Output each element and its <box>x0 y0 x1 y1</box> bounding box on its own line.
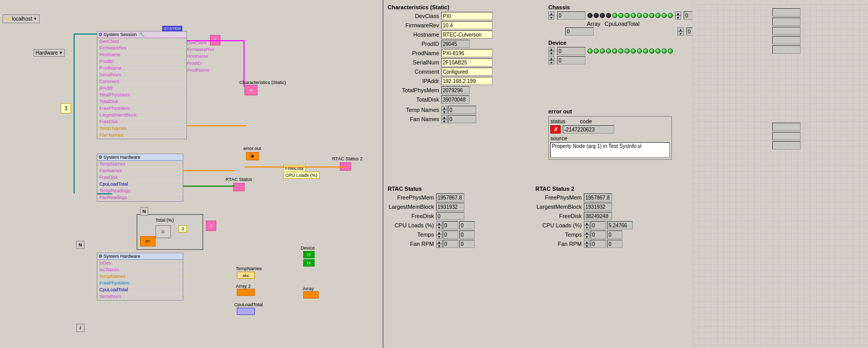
rtac-largestmemblock-value: 1931932 <box>436 203 464 211</box>
system-session-title: System Session <box>103 32 137 37</box>
rtac2-freedisk-label: FreeDisk <box>535 213 582 219</box>
device-led-7 <box>624 48 630 54</box>
fannames-down[interactable]: ▼ <box>441 119 447 123</box>
fannames-stepper[interactable]: ▲ ▼ <box>441 115 447 123</box>
tn-extra1 <box>772 8 801 16</box>
rtac-status-label-bd: RTAC Status <box>225 177 252 182</box>
a2-extra1 <box>772 123 801 131</box>
rtac-status-title: RTAC Status <box>388 186 516 192</box>
ipaddr-label: IPAddr <box>388 78 439 84</box>
chassis-led-2 <box>594 13 599 18</box>
totalphysmem-label: TotalPhysMem <box>388 87 439 93</box>
chassis-stepper4[interactable]: ▲ ▼ <box>678 27 684 36</box>
rtac-status-section: RTAC Status FreePhysMem 1957867.8 Larges… <box>388 186 516 249</box>
comment-value: Configured <box>441 68 493 76</box>
chassis-led-1 <box>587 13 593 18</box>
rtac-status2-title: RTAC Status 2 <box>535 186 669 192</box>
chassis-value1: 0 <box>557 11 585 20</box>
device-led-3 <box>600 48 605 54</box>
chassis-led-13 <box>662 13 667 18</box>
devclass-value: PXI <box>441 12 493 20</box>
tempnames-col3 <box>772 8 801 54</box>
tn-extra3 <box>772 27 801 35</box>
characteristics-section: Characteristics (Static) DevClass PXI Fi… <box>388 4 511 124</box>
rtac-fanrpm-val2: 0 <box>459 240 475 248</box>
totaldisk-row: TotalDisk 39070048 <box>388 95 511 104</box>
system-session-node: ⚙ System Session 🔧 DevClass FirmwareRev … <box>97 31 187 139</box>
chassis-stepper2[interactable]: ▲ ▼ <box>675 11 681 20</box>
rtac2-cpuloads-stepper[interactable]: ▲ ▼ <box>584 221 590 229</box>
firmwarerev-value: 10.4 <box>441 21 493 29</box>
chassis-led-9 <box>637 13 642 18</box>
rtac2-cpuloads-label: CPU Loads (%) <box>535 222 582 228</box>
prodname-row: ProdName PXI-8196 <box>388 49 511 57</box>
device-value2: 0 <box>557 56 585 64</box>
array-label-fp: Array <box>587 21 600 27</box>
hardware-dropdown-icon[interactable]: ▼ <box>59 51 63 55</box>
device-led-9 <box>637 48 642 54</box>
rtac-temps-label: Temps <box>388 231 434 238</box>
rtac-freedisk-value: 0 <box>436 212 464 220</box>
tempnames-up[interactable]: ▲ <box>441 106 447 110</box>
device-sis2-icon: TF <box>303 259 315 267</box>
hardware-control[interactable]: Hardware ▼ <box>33 49 65 57</box>
rtac2-largestmemblock-label: LargestMemBlock <box>535 204 582 210</box>
block-diagram-panel: ⚡ localhost ▼ Hardware ▼ 3 ⚙ System Sess… <box>0 0 384 348</box>
device-led-11 <box>649 48 654 54</box>
device-value1: 0 <box>557 47 585 55</box>
prodname-label: ProdName <box>388 50 439 56</box>
device-led-2 <box>594 48 599 54</box>
for-loop-icon: ⊡ <box>155 225 171 238</box>
rtac2-largestmemblock-row: LargestMemBlock 1931932 <box>535 203 669 211</box>
rtac-cpuloads-label: CPU Loads (%) <box>388 222 434 228</box>
tempnames-stepper[interactable]: ▲ ▼ <box>441 106 447 114</box>
rtac2-freedisk-value: 38249248 <box>584 212 612 220</box>
device-led-13 <box>662 48 667 54</box>
device-stepper2[interactable]: ▲ ▼ <box>548 56 554 64</box>
fannames-up[interactable]: ▲ <box>441 115 447 119</box>
system-label-top: SYSTEM <box>162 26 182 31</box>
system-hardware1-title: System Hardware <box>103 155 141 160</box>
const-3b: 3 <box>179 225 187 233</box>
serialnum-value: 2F10AB25 <box>441 58 493 67</box>
rtac-cpuloads-val2: 0 <box>459 221 475 229</box>
localhost-control[interactable]: ⚡ localhost ▼ <box>3 14 40 23</box>
hostname-row: Hostname RTEC-Culverson <box>388 30 511 39</box>
tempnames-label-bd: TempNames <box>236 266 262 271</box>
device-stepper1[interactable]: ▲ ▼ <box>548 47 554 55</box>
rtac2-fanrpm-val2: 0 <box>607 240 622 248</box>
rtac2-fanrpm-stepper[interactable]: ▲ ▼ <box>584 240 590 248</box>
system-hardware2-title: System Hardware <box>103 254 141 259</box>
rtac2-fanrpm-label: Fan RPM <box>535 241 582 247</box>
comment-row: Comment Configured <box>388 68 511 76</box>
characteristics-label-bd: Characteristics (Static) <box>239 80 286 85</box>
rtac2-freephysmem-label: FreePhysMem <box>535 194 582 201</box>
chassis-led-6 <box>618 13 623 18</box>
rtac2-fanrpm-val1: 0 <box>591 240 606 248</box>
devclass-label: DevClass <box>388 13 439 19</box>
rtac-freedisk-row: FreeDisk 0 <box>388 212 516 220</box>
rt-icon: RT <box>140 236 155 246</box>
rtac-fanrpm-row: Fan RPM ▲ ▼ 0 0 <box>388 240 516 248</box>
rtac-temps-val2: 0 <box>459 230 475 239</box>
rtac2-fanrpm-row: Fan RPM ▲ ▼ 0 0 <box>535 240 669 248</box>
hardware-label: Hardware <box>36 50 58 56</box>
chassis-led-4 <box>606 13 611 18</box>
rtac2-temps-stepper[interactable]: ▲ ▼ <box>584 230 590 239</box>
rtac2-temps-label: Temps <box>535 231 582 238</box>
prodid-row: ProdID 29045 <box>388 40 511 48</box>
tempnames-indicator-bd: abc <box>237 272 255 279</box>
rtac-cpuloads-stepper[interactable]: ▲ ▼ <box>436 221 442 229</box>
localhost-dropdown-icon[interactable]: ▼ <box>33 16 37 21</box>
firmwarerev-output: FirmwareRev <box>187 47 215 52</box>
cpu-load-total-label-fp: CpuLoadTotal <box>604 21 639 27</box>
rtac-temps-stepper[interactable]: ▲ ▼ <box>436 230 442 239</box>
chassis-led-3 <box>600 13 605 18</box>
fannames-fp-value: 0 <box>448 115 476 123</box>
tempnames-down[interactable]: ▼ <box>441 110 447 114</box>
rtac-fanrpm-stepper[interactable]: ▲ ▼ <box>436 240 442 248</box>
device-led-5 <box>612 48 617 54</box>
chassis-led-12 <box>655 13 661 18</box>
fannames-fp-row: Fan Names ▲ ▼ 0 <box>388 115 511 123</box>
chassis-stepper1[interactable]: ▲ ▼ <box>548 11 554 20</box>
